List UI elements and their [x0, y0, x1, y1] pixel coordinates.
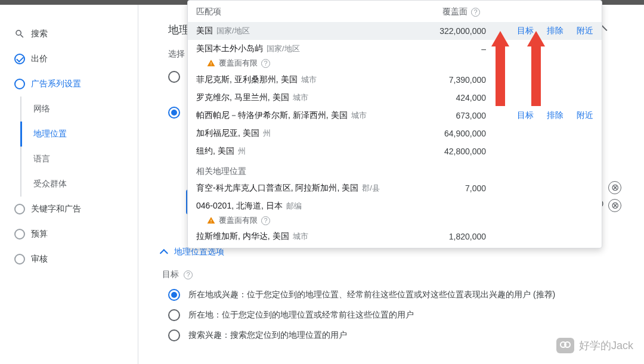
sidebar-item-review[interactable]: 审核 — [0, 247, 138, 272]
action-target[interactable]: 目标 — [517, 26, 534, 36]
circle-open-icon — [13, 77, 26, 91]
loc-name: 纽约, 美国 — [196, 146, 234, 157]
loc-type: 城市 — [351, 110, 367, 121]
suggestion-row[interactable]: 美国本土外小岛屿国家/地区 – — [188, 40, 602, 58]
radio-icon — [168, 329, 180, 341]
reach-warning: 覆盖面有限 ? — [188, 58, 602, 71]
watermark: 好学的Jack — [556, 338, 633, 353]
target-option-label: 所在地或兴趣：位于您定位到的地理位置、经常前往这些位置或对这些位置表现出兴趣的用… — [188, 290, 555, 300]
reach-value: 424,000 — [420, 93, 486, 102]
location-suggestions-dropdown: 匹配项 覆盖面 ? 美国国家/地区 322,000,000 目标 排除 附近 美… — [187, 0, 602, 248]
help-icon[interactable]: ? — [471, 8, 480, 17]
help-icon[interactable]: ? — [261, 216, 270, 225]
warning-icon — [207, 216, 215, 225]
action-target[interactable]: 目标 — [517, 110, 534, 121]
loc-name: 046-0201, 北海道, 日本 — [196, 201, 283, 211]
sidebar-sub-networks[interactable]: 网络 — [21, 97, 138, 122]
sidebar-sub-languages[interactable]: 语言 — [21, 147, 138, 172]
watermark-text: 好学的Jack — [579, 338, 633, 353]
sidebar-subitems: 网络 地理位置 语言 受众群体 — [20, 97, 138, 197]
loc-type: 城市 — [293, 92, 308, 103]
loc-name: 美国本土外小岛屿 — [196, 43, 263, 54]
sidebar-sub-locations[interactable]: 地理位置 — [20, 122, 138, 147]
loc-name: 帕西帕尼－特洛伊希尔斯, 新泽西州, 美国 — [196, 110, 348, 121]
action-nearby[interactable]: 附近 — [577, 26, 593, 36]
target-option-label: 搜索兴趣：搜索您定位到的地理位置的用户 — [188, 330, 347, 341]
radio-icon-checked — [168, 107, 180, 119]
warning-icon — [207, 59, 215, 67]
sidebar-label: 搜索 — [31, 29, 48, 39]
card-title: 地理 — [168, 23, 190, 37]
loc-type: 城市 — [301, 74, 317, 85]
chevron-icon — [162, 247, 171, 257]
action-exclude[interactable]: 排除 — [547, 110, 564, 121]
target-option-presence-interest[interactable]: 所在地或兴趣：位于您定位到的地理位置、经常前往这些位置或对这些位置表现出兴趣的用… — [162, 285, 644, 305]
reach-value: 7,000 — [420, 183, 486, 193]
suggestion-row[interactable]: 帕西帕尼－特洛伊希尔斯, 新泽西州, 美国城市 673,000 目标 排除 附近 — [188, 107, 602, 125]
sidebar-item-bidding[interactable]: 出价 — [0, 46, 138, 71]
wechat-icon — [556, 338, 574, 353]
suggestion-row[interactable]: 046-0201, 北海道, 日本邮编 — [188, 197, 602, 215]
loc-name: 罗克维尔, 马里兰州, 美国 — [196, 92, 289, 103]
loc-name: 美国 — [196, 26, 213, 36]
circle-open-icon — [13, 228, 26, 241]
check-circle-icon — [13, 52, 26, 66]
target-option-presence[interactable]: 所在地：位于您定位到的地理位置或经常前往这些位置的用户 — [162, 305, 644, 325]
chip-remove-icon[interactable]: ⊗ — [608, 181, 621, 194]
sidebar: 搜索 出价 广告系列设置 网络 地理位置 语言 受众群体 关键字和广告 预算 审… — [0, 5, 138, 364]
related-header: 相关地理位置 — [188, 160, 602, 179]
suggestion-row[interactable]: 罗克维尔, 马里兰州, 美国城市 424,000 — [188, 89, 602, 107]
radio-icon — [168, 309, 180, 321]
circle-open-icon — [13, 253, 26, 266]
loc-name: 菲尼克斯, 亚利桑那州, 美国 — [196, 74, 298, 85]
sidebar-item-budget[interactable]: 预算 — [0, 222, 138, 247]
chip-remove-icon[interactable]: ⊗ — [608, 199, 621, 212]
reach-value: 64,900,000 — [420, 129, 486, 138]
sidebar-label: 出价 — [31, 54, 48, 64]
reach-value: 1,820,000 — [420, 232, 486, 241]
radio-icon — [168, 71, 180, 83]
reach-value: 322,000,000 — [420, 26, 486, 36]
target-label: 目标 — [162, 269, 179, 280]
sidebar-item-campaign-settings[interactable]: 广告系列设置 — [0, 71, 138, 97]
suggestion-row[interactable]: 纽约, 美国州 42,800,000 — [188, 142, 602, 160]
dropdown-header: 匹配项 覆盖面 ? — [188, 1, 602, 22]
loc-type: 州 — [238, 146, 246, 157]
loc-name: 加利福尼亚, 美国 — [196, 128, 259, 139]
suggestion-row[interactable]: 美国国家/地区 322,000,000 目标 排除 附近 — [188, 22, 602, 40]
search-icon — [13, 27, 26, 41]
loc-type: 州 — [263, 128, 271, 139]
target-section: 目标 ? 所在地或兴趣：位于您定位到的地理位置、经常前往这些位置或对这些位置表现… — [162, 269, 644, 346]
header-matches: 匹配项 — [196, 7, 442, 17]
sidebar-label: 广告系列设置 — [31, 79, 81, 89]
sidebar-label: 预算 — [31, 229, 48, 239]
reach-value: 673,000 — [420, 111, 486, 120]
loc-type: 郡/县 — [362, 183, 380, 194]
sidebar-label: 关键字和广告 — [31, 204, 81, 214]
loc-type: 国家/地区 — [216, 26, 250, 36]
loc-type: 国家/地区 — [267, 43, 300, 54]
help-icon[interactable]: ? — [261, 59, 270, 68]
header-reach: 覆盖面 ? — [442, 7, 480, 17]
reach-value: 42,800,000 — [420, 147, 486, 156]
loc-name: 育空-科尤库克人口普查区, 阿拉斯加州, 美国 — [196, 183, 358, 194]
target-option-label: 所在地：位于您定位到的地理位置或经常前往这些位置的用户 — [188, 310, 414, 321]
action-exclude[interactable]: 排除 — [547, 26, 564, 36]
suggestion-row[interactable]: 拉斯维加斯, 内华达, 美国城市 1,820,000 — [188, 228, 602, 248]
suggestion-row[interactable]: 菲尼克斯, 亚利桑那州, 美国城市 7,390,000 — [188, 71, 602, 89]
loc-type: 邮编 — [286, 201, 302, 211]
action-nearby[interactable]: 附近 — [577, 110, 593, 121]
sidebar-label: 审核 — [31, 254, 48, 265]
sidebar-sub-audiences[interactable]: 受众群体 — [21, 172, 138, 197]
suggestion-row[interactable]: 育空-科尤库克人口普查区, 阿拉斯加州, 美国郡/县 7,000 — [188, 179, 602, 197]
loc-type: 城市 — [293, 231, 308, 242]
sidebar-item-search[interactable]: 搜索 — [0, 21, 138, 46]
target-label-row: 目标 ? — [162, 269, 644, 280]
loc-name: 拉斯维加斯, 内华达, 美国 — [196, 231, 289, 242]
reach-warning: 覆盖面有限 ? — [188, 215, 602, 228]
reach-value: – — [420, 44, 486, 54]
help-icon[interactable]: ? — [184, 270, 193, 279]
sidebar-item-keywords-ads[interactable]: 关键字和广告 — [0, 197, 138, 222]
suggestion-row[interactable]: 加利福尼亚, 美国州 64,900,000 — [188, 125, 602, 142]
radio-icon-checked — [168, 289, 180, 301]
